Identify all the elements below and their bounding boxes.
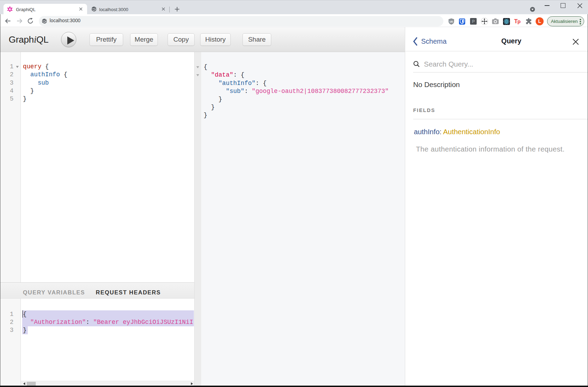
svg-text:UD: UD bbox=[450, 20, 453, 23]
svg-text:P: P bbox=[472, 19, 475, 24]
